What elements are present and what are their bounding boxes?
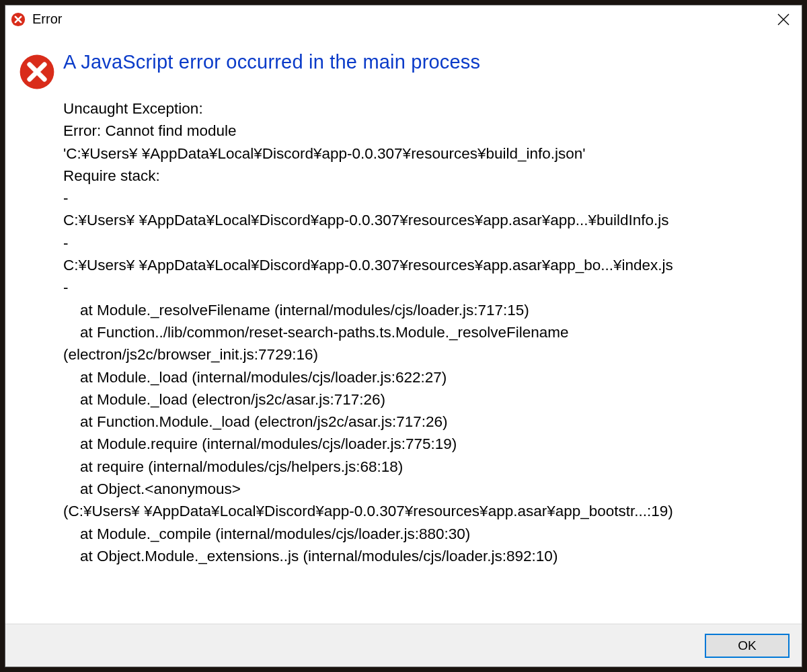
dialog-icon-col [15,51,63,624]
stack-frame: (electron/js2c/browser_init.js:7729:16) [63,343,788,366]
button-bar: OK [5,624,802,667]
redacted-user [134,257,139,274]
error-icon [11,12,26,27]
path-suffix: ¥AppData¥Local¥Discord¥app-0.0.307¥resou… [139,212,669,228]
stack-frame: at Module._load (internal/modules/cjs/lo… [63,366,788,388]
error-icon [19,81,55,92]
exception-line: Uncaught Exception: [63,97,788,120]
stack-frame: at Module.require (internal/modules/cjs/… [63,433,788,455]
stack-path-1: C:¥Users¥ ¥AppData¥Local¥Discord¥app-0.0… [63,209,788,231]
close-button[interactable] [773,9,794,30]
error-line: Error: Cannot find module [63,120,788,142]
module-path: 'C:¥Users¥ ¥AppData¥Local¥Discord¥app-0.… [63,142,788,165]
stack-frame: at Module._compile (internal/modules/cjs… [63,523,788,545]
stack-frame: at Object.Module._extensions..js (intern… [63,545,788,567]
stack-frame: at require (internal/modules/cjs/helpers… [63,456,788,478]
path-suffix: ¥AppData¥Local¥Discord¥app-0.0.307¥resou… [144,503,673,519]
stack-frame: at Function.Module._load (electron/js2c/… [63,411,788,433]
titlebar-title: Error [32,11,62,27]
path-suffix: ¥AppData¥Local¥Discord¥app-0.0.307¥resou… [139,257,673,274]
path-prefix: (C:¥Users¥ [63,503,140,519]
stack-frame: at Object.<anonymous> [63,478,788,500]
stack-frame: at Module._resolveFilename (internal/mod… [63,299,788,321]
stack-trace: at Module._resolveFilename (internal/mod… [63,299,788,568]
require-stack-label: Require stack: [63,165,788,187]
dialog-body: A JavaScript error occurred in the main … [63,51,792,624]
heading: A JavaScript error occurred in the main … [63,51,788,73]
dialog-content: A JavaScript error occurred in the main … [5,32,802,624]
ok-button[interactable]: OK [705,634,790,658]
stack-frame: (C:¥Users¥ ¥AppData¥Local¥Discord¥app-0.… [63,500,788,522]
stack-dash: - [63,232,788,254]
error-dialog: Error A JavaScript error occurred in the… [5,5,802,667]
redacted-user [140,503,144,519]
stack-path-2: C:¥Users¥ ¥AppData¥Local¥Discord¥app-0.0… [63,254,788,276]
redacted-user [134,212,139,228]
stack-dash: - [63,276,788,298]
stack-frame: at Function../lib/common/reset-search-pa… [63,321,788,343]
path-prefix: C:¥Users¥ [63,212,134,228]
path-prefix: C:¥Users¥ [63,257,134,274]
redacted-user [138,145,142,162]
stack-frame: at Module._load (electron/js2c/asar.js:7… [63,388,788,411]
titlebar: Error [5,5,802,32]
path-suffix: ¥AppData¥Local¥Discord¥app-0.0.307¥resou… [142,145,586,162]
path-prefix: 'C:¥Users¥ [63,145,138,162]
stack-dash: - [63,187,788,209]
